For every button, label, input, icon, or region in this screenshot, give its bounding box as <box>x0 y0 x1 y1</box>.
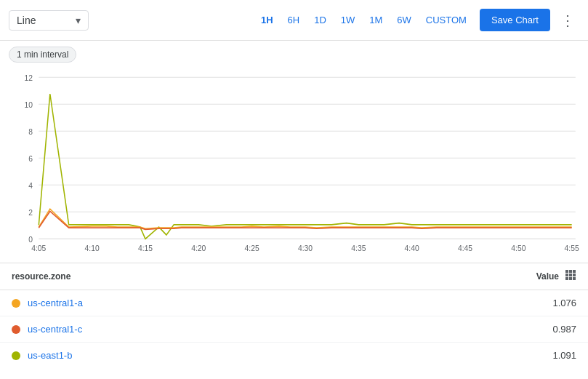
legend-label-us-central1-a[interactable]: us-central1-a <box>28 298 83 308</box>
time-btn-6h[interactable]: 6H <box>281 10 307 30</box>
more-options-button[interactable]: ⋮ <box>556 9 579 32</box>
svg-text:4:05: 4:05 <box>31 243 46 252</box>
chart-container: 0 2 4 6 8 10 12 4:05 4:10 4:15 4:20 4:25… <box>9 65 579 255</box>
time-btn-1w[interactable]: 1W <box>334 10 363 30</box>
legend-value-us-central1-a: 1.076 <box>552 298 576 308</box>
chart-svg: 0 2 4 6 8 10 12 4:05 4:10 4:15 4:20 4:25… <box>9 65 579 255</box>
svg-rect-27 <box>573 270 576 273</box>
svg-text:4:55: 4:55 <box>565 243 579 252</box>
svg-rect-25 <box>565 270 568 273</box>
svg-text:2: 2 <box>28 207 33 216</box>
svg-text:0: 0 <box>28 234 33 243</box>
svg-text:4:15: 4:15 <box>138 243 153 252</box>
legend-row: us-central1-c 0.987 <box>0 316 588 343</box>
legend-label-us-central1-c[interactable]: us-central1-c <box>28 324 82 335</box>
legend-value-us-east1-b: 1.091 <box>552 350 576 361</box>
svg-text:4:30: 4:30 <box>298 243 313 252</box>
svg-rect-30 <box>573 274 576 276</box>
time-btn-1h[interactable]: 1H <box>254 10 281 30</box>
legend-value-us-central1-c: 0.987 <box>552 324 576 335</box>
legend-row: us-central1-a 1.076 <box>0 290 588 316</box>
legend-row-left: us-central1-a <box>12 298 83 308</box>
chart-area: 1 min interval 0 2 4 6 8 10 12 4:05 <box>0 41 588 263</box>
legend-header: resource.zone Value <box>0 263 588 290</box>
legend-dot-us-central1-c <box>12 325 20 334</box>
svg-text:4: 4 <box>28 180 33 189</box>
svg-text:12: 12 <box>25 73 33 81</box>
legend-row: us-east1-b 1.091 <box>0 343 588 368</box>
svg-text:4:35: 4:35 <box>351 243 366 252</box>
svg-text:4:50: 4:50 <box>511 243 525 252</box>
svg-text:4:40: 4:40 <box>405 243 419 252</box>
svg-text:4:45: 4:45 <box>458 243 472 252</box>
legend-dot-us-central1-a <box>12 299 20 308</box>
time-btn-1m[interactable]: 1M <box>362 10 390 30</box>
time-btn-1d[interactable]: 1D <box>307 10 334 30</box>
save-chart-button[interactable]: Save Chart <box>480 9 550 31</box>
time-btn-6w[interactable]: 6W <box>390 10 419 30</box>
legend-dot-us-east1-b <box>12 351 20 360</box>
svg-rect-26 <box>569 270 572 273</box>
interval-badge: 1 min interval <box>9 47 76 63</box>
legend-row-left: us-east1-b <box>12 350 72 361</box>
toolbar: Line ▾ 1H 6H 1D 1W 1M 6W CUSTOM Save Cha… <box>0 0 588 41</box>
chart-type-dropdown[interactable]: Line ▾ <box>9 10 89 31</box>
svg-text:8: 8 <box>28 127 33 135</box>
legend-table: resource.zone Value <box>0 263 588 368</box>
svg-text:6: 6 <box>28 153 33 162</box>
grid-icon[interactable] <box>565 269 576 284</box>
svg-text:10: 10 <box>25 100 33 108</box>
resource-zone-label: resource.zone <box>12 271 71 282</box>
svg-rect-29 <box>569 274 572 276</box>
svg-text:4:25: 4:25 <box>245 243 259 252</box>
chart-type-label: Line <box>17 15 36 26</box>
svg-rect-33 <box>573 277 576 280</box>
svg-rect-32 <box>569 277 572 280</box>
line-us-east1-b <box>39 94 571 239</box>
legend-row-left: us-central1-c <box>12 324 82 335</box>
svg-rect-31 <box>565 277 568 280</box>
custom-range-button[interactable]: CUSTOM <box>419 10 474 30</box>
svg-rect-28 <box>565 274 568 276</box>
legend-label-us-east1-b[interactable]: us-east1-b <box>28 350 72 361</box>
legend-header-right: Value <box>536 269 576 284</box>
svg-text:4:20: 4:20 <box>191 243 206 252</box>
dropdown-arrow-icon: ▾ <box>76 15 81 26</box>
time-range-buttons: 1H 6H 1D 1W 1M 6W CUSTOM Save Chart ⋮ <box>254 9 579 32</box>
value-label: Value <box>536 271 559 282</box>
svg-text:4:10: 4:10 <box>85 243 100 252</box>
